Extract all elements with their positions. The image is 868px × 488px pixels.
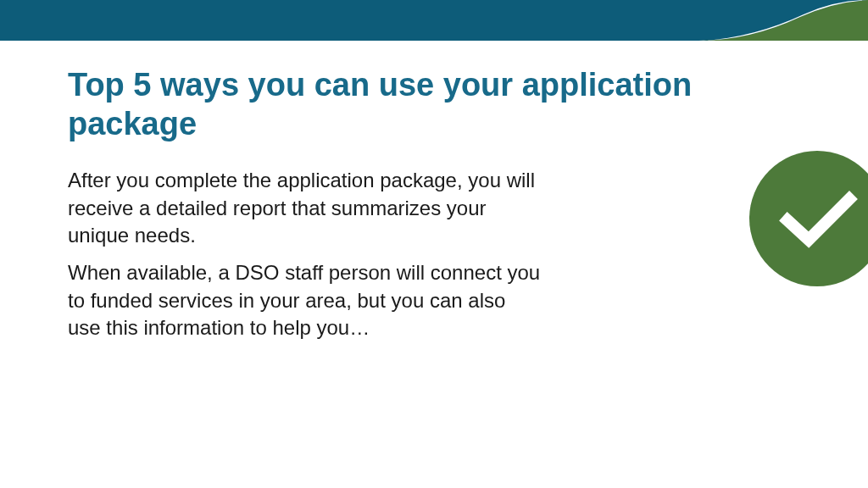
slide-title: Top 5 ways you can use your application …	[68, 66, 763, 143]
header-bar	[0, 0, 868, 41]
paragraph-2: When available, a DSO staff person will …	[68, 259, 542, 341]
slide-body: After you complete the application packa…	[68, 167, 542, 341]
svg-point-0	[749, 151, 868, 286]
slide-content: Top 5 ways you can use your application …	[0, 41, 868, 342]
paragraph-1: After you complete the application packa…	[68, 167, 542, 249]
header-curve-accent	[698, 0, 868, 41]
checkmark-icon	[741, 142, 868, 295]
